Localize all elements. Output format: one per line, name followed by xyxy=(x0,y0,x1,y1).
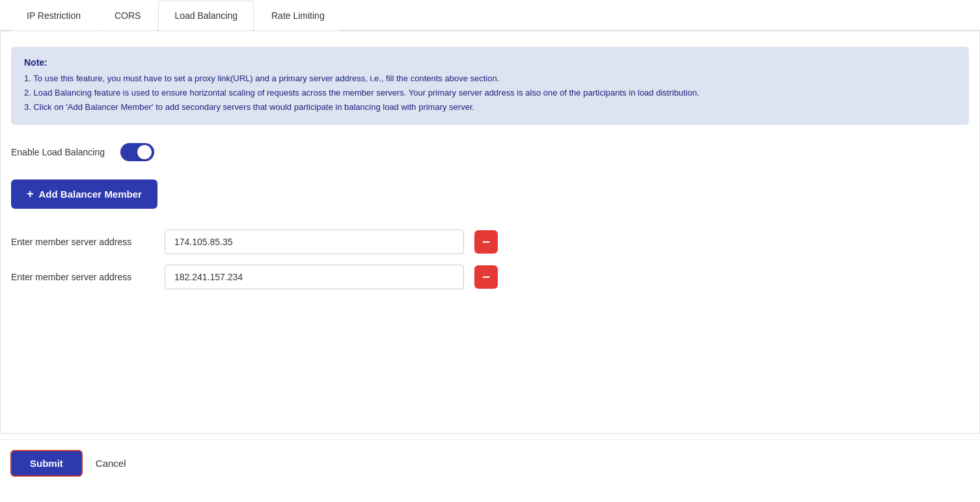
cancel-button[interactable]: Cancel xyxy=(96,451,126,475)
plus-icon: + xyxy=(27,187,34,201)
member-row-label-1: Enter member server address xyxy=(11,237,154,247)
toggle-row: Enable Load Balancing xyxy=(11,143,969,161)
member-row-label-2: Enter member server address xyxy=(11,272,154,282)
note-box: Note: 1. To use this feature, you must h… xyxy=(11,47,969,125)
content-area: Note: 1. To use this feature, you must h… xyxy=(0,31,980,434)
add-balancer-member-label: Add Balancer Member xyxy=(39,189,142,200)
member-server-input-2[interactable] xyxy=(165,265,464,289)
action-bar: Submit Cancel xyxy=(0,439,980,487)
tabs-container: IP Restriction CORS Load Balancing Rate … xyxy=(0,0,980,31)
add-balancer-member-button[interactable]: + Add Balancer Member xyxy=(11,179,157,209)
member-rows: Enter member server address − Enter memb… xyxy=(11,230,969,289)
note-title: Note: xyxy=(24,57,956,68)
enable-load-balancing-toggle[interactable] xyxy=(120,143,154,161)
tab-cors[interactable]: CORS xyxy=(98,1,157,31)
note-item-3: 3. Click on 'Add Balancer Member' to add… xyxy=(24,100,956,114)
tab-rate-limiting[interactable]: Rate Limiting xyxy=(255,1,341,31)
tab-load-balancing[interactable]: Load Balancing xyxy=(158,1,254,31)
tab-ip-restriction[interactable]: IP Restriction xyxy=(10,1,97,31)
remove-member-button-2[interactable]: − xyxy=(474,265,498,289)
page-wrapper: IP Restriction CORS Load Balancing Rate … xyxy=(0,0,980,487)
submit-button[interactable]: Submit xyxy=(10,450,83,477)
note-item-2: 2. Load Balancing feature is used to ens… xyxy=(24,86,956,100)
toggle-label: Enable Load Balancing xyxy=(11,147,105,157)
note-item-1: 1. To use this feature, you must have to… xyxy=(24,72,956,86)
member-row-1: Enter member server address − xyxy=(11,230,969,254)
member-server-input-1[interactable] xyxy=(165,230,464,254)
remove-member-button-1[interactable]: − xyxy=(474,230,498,254)
minus-icon-2: − xyxy=(482,271,490,284)
member-row-2: Enter member server address − xyxy=(11,265,969,289)
minus-icon-1: − xyxy=(482,235,490,248)
